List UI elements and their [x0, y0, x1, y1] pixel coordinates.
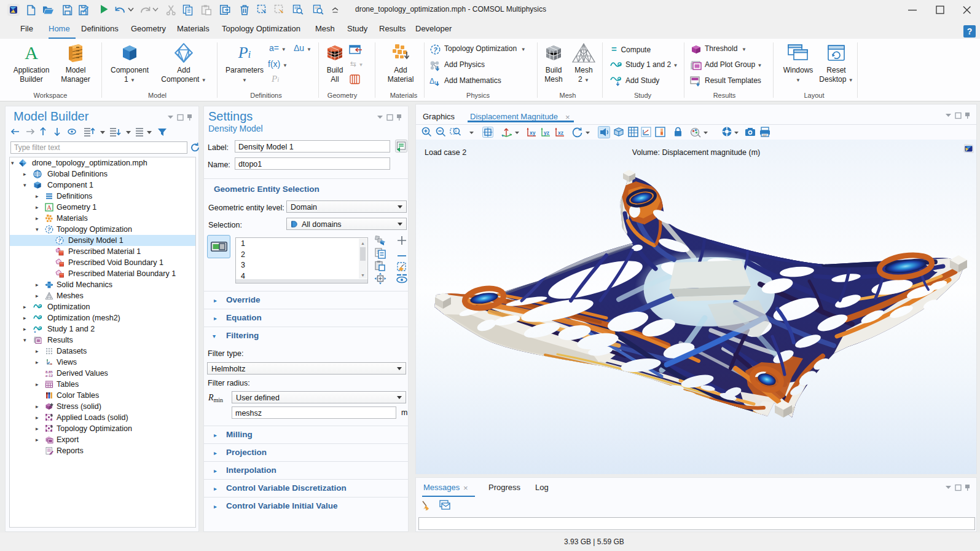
svg-text:yz: yz: [544, 130, 549, 136]
svg-text:Δ: Δ: [429, 77, 434, 85]
svg-text:xz: xz: [558, 130, 563, 136]
svg-text:?: ?: [433, 46, 437, 54]
svg-text:xy: xy: [530, 130, 536, 136]
